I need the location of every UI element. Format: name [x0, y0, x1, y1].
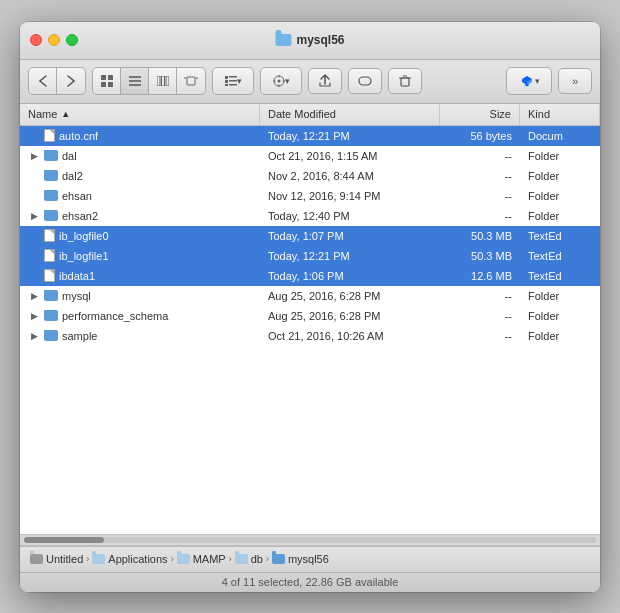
- table-row[interactable]: auto.cnfToday, 12:21 PM56 bytesDocum: [20, 126, 600, 146]
- svg-rect-14: [229, 76, 237, 78]
- expand-arrow[interactable]: ▶: [28, 331, 40, 341]
- svg-rect-7: [157, 76, 160, 86]
- file-date: Aug 25, 2016, 6:28 PM: [260, 310, 440, 322]
- breadcrumb-item[interactable]: Applications: [92, 553, 167, 565]
- title-folder-icon: [275, 34, 291, 46]
- table-row[interactable]: ▶ehsan2Today, 12:40 PM--Folder: [20, 206, 600, 226]
- breadcrumb-separator: ›: [229, 554, 232, 564]
- breadcrumb-item[interactable]: Untitled: [30, 553, 83, 565]
- svg-rect-3: [108, 82, 113, 87]
- folder-icon: [44, 190, 58, 201]
- folder-icon: [44, 150, 58, 161]
- expand-arrow[interactable]: ▶: [28, 291, 40, 301]
- svg-rect-16: [229, 80, 237, 82]
- file-size: 50.3 MB: [440, 230, 520, 242]
- table-row[interactable]: ibdata1Today, 1:06 PM12.6 MBTextEd: [20, 266, 600, 286]
- folder-icon: [92, 554, 105, 564]
- file-kind: Folder: [520, 290, 600, 302]
- sort-arrow: ▲: [61, 109, 70, 119]
- horizontal-scrollbar[interactable]: [20, 534, 600, 546]
- table-row[interactable]: ib_logfile0Today, 1:07 PM50.3 MBTextEd: [20, 226, 600, 246]
- more-button[interactable]: »: [558, 68, 592, 94]
- table-row[interactable]: dal2Nov 2, 2016, 8:44 AM--Folder: [20, 166, 600, 186]
- file-date: Today, 12:21 PM: [260, 250, 440, 262]
- table-row[interactable]: ▶sampleOct 21, 2016, 10:26 AM--Folder: [20, 326, 600, 346]
- size-header[interactable]: Size: [440, 104, 520, 125]
- file-name: auto.cnf: [59, 130, 98, 142]
- titlebar: mysql56: [20, 22, 600, 60]
- breadcrumb-separator: ›: [86, 554, 89, 564]
- forward-button[interactable]: [57, 68, 85, 94]
- table-row[interactable]: ▶performance_schemaAug 25, 2016, 6:28 PM…: [20, 306, 600, 326]
- maximize-button[interactable]: [66, 34, 78, 46]
- svg-rect-25: [359, 77, 371, 85]
- file-kind: TextEd: [520, 270, 600, 282]
- finder-window: mysql56: [20, 22, 600, 592]
- window-title: mysql56: [275, 33, 344, 47]
- table-row[interactable]: ▶dalOct 21, 2016, 1:15 AM--Folder: [20, 146, 600, 166]
- file-size: 56 bytes: [440, 130, 520, 142]
- file-size: --: [440, 190, 520, 202]
- file-kind: Folder: [520, 330, 600, 342]
- svg-rect-8: [161, 76, 164, 86]
- arrange-view-button[interactable]: ▾: [213, 68, 253, 94]
- file-date: Aug 25, 2016, 6:28 PM: [260, 290, 440, 302]
- svg-rect-1: [108, 75, 113, 80]
- file-date: Today, 12:21 PM: [260, 130, 440, 142]
- scrollbar-thumb[interactable]: [24, 537, 104, 543]
- svg-point-20: [277, 80, 280, 83]
- file-date: Nov 2, 2016, 8:44 AM: [260, 170, 440, 182]
- list-view-button[interactable]: [121, 68, 149, 94]
- dropbox-icon[interactable]: ▾: [507, 68, 551, 94]
- name-header[interactable]: Name ▲: [20, 104, 260, 125]
- folder-icon: [44, 330, 58, 341]
- expand-arrow[interactable]: ▶: [28, 211, 40, 221]
- table-row[interactable]: ▶mysqlAug 25, 2016, 6:28 PM--Folder: [20, 286, 600, 306]
- file-kind: Folder: [520, 150, 600, 162]
- doc-icon: [44, 249, 55, 262]
- drive-icon: [30, 554, 43, 564]
- doc-icon: [44, 269, 55, 282]
- table-row[interactable]: ib_logfile1Today, 12:21 PM50.3 MBTextEd: [20, 246, 600, 266]
- svg-rect-9: [166, 76, 169, 86]
- date-header[interactable]: Date Modified: [260, 104, 440, 125]
- icon-view-button[interactable]: [93, 68, 121, 94]
- breadcrumb-item[interactable]: mysql56: [272, 553, 329, 565]
- breadcrumb-label: MAMP: [193, 553, 226, 565]
- coverflow-view-button[interactable]: [177, 68, 205, 94]
- folder-icon: [272, 554, 285, 564]
- svg-rect-17: [225, 84, 228, 86]
- svg-rect-2: [101, 82, 106, 87]
- file-list[interactable]: auto.cnfToday, 12:21 PM56 bytesDocum▶dal…: [20, 126, 600, 534]
- minimize-button[interactable]: [48, 34, 60, 46]
- column-view-button[interactable]: [149, 68, 177, 94]
- breadcrumb-item[interactable]: MAMP: [177, 553, 226, 565]
- doc-icon: [44, 129, 55, 142]
- breadcrumb-label: db: [251, 553, 263, 565]
- share-button[interactable]: [308, 68, 342, 94]
- close-button[interactable]: [30, 34, 42, 46]
- breadcrumb-separator: ›: [171, 554, 174, 564]
- expand-arrow[interactable]: ▶: [28, 311, 40, 321]
- file-kind: TextEd: [520, 230, 600, 242]
- back-button[interactable]: [29, 68, 57, 94]
- expand-arrow[interactable]: ▶: [28, 151, 40, 161]
- traffic-lights: [30, 34, 78, 46]
- file-name: dal2: [62, 170, 83, 182]
- scrollbar-track[interactable]: [24, 537, 596, 543]
- action-button[interactable]: ▾: [261, 68, 301, 94]
- tag-button[interactable]: [348, 68, 382, 94]
- file-name: ibdata1: [59, 270, 95, 282]
- file-kind: Folder: [520, 310, 600, 322]
- file-name: ib_logfile1: [59, 250, 109, 262]
- table-row[interactable]: ehsanNov 12, 2016, 9:14 PM--Folder: [20, 186, 600, 206]
- delete-button[interactable]: [388, 68, 422, 94]
- file-size: 12.6 MB: [440, 270, 520, 282]
- breadcrumb-item[interactable]: db: [235, 553, 263, 565]
- column-headers: Name ▲ Date Modified Size Kind: [20, 104, 600, 126]
- svg-rect-15: [225, 80, 228, 83]
- folder-icon: [44, 290, 58, 301]
- file-size: 50.3 MB: [440, 250, 520, 262]
- file-name: ehsan: [62, 190, 92, 202]
- kind-header[interactable]: Kind: [520, 104, 600, 125]
